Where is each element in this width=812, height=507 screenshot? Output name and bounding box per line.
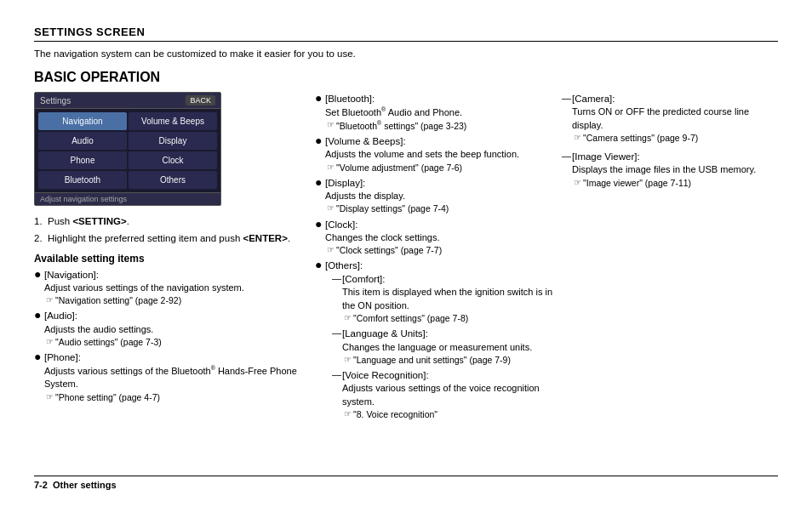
ref-text: "Image viewer" (page 7-11) <box>583 177 691 190</box>
ref-line: ☞ "Image viewer" (page 7-11) <box>574 177 778 190</box>
item-label: [Camera]: <box>572 92 778 105</box>
ref-text: "Comfort settings" (page 7-8) <box>353 312 468 325</box>
subitem-voice: — [Voice Recognition]: Adjusts various s… <box>332 368 553 421</box>
settings-item-volume[interactable]: Volume & Beeps <box>129 112 217 130</box>
subitem-comfort: — [Comfort]: This item is displayed when… <box>332 272 553 325</box>
settings-item-clock[interactable]: Clock <box>129 151 217 169</box>
list-item: ● [Bluetooth]: Set Bluetooth® Audio and … <box>315 92 553 133</box>
item-desc: Displays the image files in the USB memo… <box>572 163 778 176</box>
ref-line: ☞ "Comfort settings" (page 7-8) <box>344 312 553 325</box>
step-1: 1. Push <SETTING>. <box>34 214 306 229</box>
ref-text: "Navigation setting" (page 2-92) <box>55 294 181 307</box>
page-number: 7-2 <box>34 480 48 490</box>
intro-text: The navigation system can be customized … <box>34 47 778 61</box>
col2-bullet-list: ● [Bluetooth]: Set Bluetooth® Audio and … <box>315 92 553 423</box>
subitem-image-viewer: — [Image Viewer]: Displays the image fil… <box>562 150 778 190</box>
bullet-dot: ● <box>315 92 323 105</box>
settings-item-navigation[interactable]: Navigation <box>38 112 127 130</box>
subitem-camera: — [Camera]: Turns ON or OFF the predicte… <box>562 92 778 145</box>
item-label: [Clock]: <box>325 218 553 231</box>
bullet-dot: ● <box>34 350 43 363</box>
ref-line: ☞ "Clock settings" (page 7-7) <box>327 244 553 257</box>
item-label: [Language & Units]: <box>342 327 553 340</box>
settings-item-phone[interactable]: Phone <box>38 151 127 169</box>
settings-screen-title: Settings <box>40 96 71 105</box>
settings-screen-mockup: Settings BACK Navigation Volume & Beeps … <box>34 92 221 206</box>
settings-item-bluetooth[interactable]: Bluetooth <box>38 171 127 189</box>
item-label: [Phone]: <box>44 350 306 364</box>
settings-screen-header: Settings BACK <box>35 93 220 109</box>
dash-content: [Comfort]: This item is displayed when t… <box>342 272 553 325</box>
back-button[interactable]: BACK <box>186 95 215 105</box>
bullet-dot: ● <box>315 218 323 231</box>
ref-text: "Volume adjustment" (page 7-6) <box>336 162 462 174</box>
ref-text: "Display settings" (page 7-4) <box>336 202 449 215</box>
item-desc: Changes the clock settings. <box>325 231 553 244</box>
item-label: [Navigation]: <box>44 268 306 282</box>
dash-symbol: — <box>562 92 572 105</box>
ref-line: ☞ "Navigation setting" (page 2-92) <box>46 294 306 307</box>
settings-screen-footer: Adjust navigation settings <box>35 192 220 205</box>
ref-icon: ☞ <box>344 354 352 367</box>
item-desc: Turns ON or OFF the predicted course lin… <box>572 105 778 132</box>
dash-content: [Camera]: Turns ON or OFF the predicted … <box>572 92 778 145</box>
ref-text: "Clock settings" (page 7-7) <box>336 244 442 257</box>
item-desc: Adjusts various settings of the Bluetoot… <box>44 364 306 390</box>
list-item: ● [Clock]: Changes the clock settings. ☞… <box>315 218 553 258</box>
footer-section: Other settings <box>53 480 117 490</box>
bullet-dot: ● <box>315 259 323 271</box>
ref-icon: ☞ <box>46 336 54 349</box>
ref-text: "Language and unit settings" (page 7-9) <box>353 354 511 367</box>
ref-icon: ☞ <box>46 391 54 404</box>
settings-item-display[interactable]: Display <box>129 132 217 150</box>
bullet-dot: ● <box>315 176 323 189</box>
item-audio: [Audio]: Adjusts the audio settings. ☞ "… <box>44 309 306 349</box>
item-desc: Adjusts the display. <box>325 190 553 202</box>
item-volume: [Volume & Beeps]: Adjusts the volume and… <box>325 134 553 174</box>
bullet-dot: ● <box>34 268 43 281</box>
list-item: ● [Display]: Adjusts the display. ☞ "Dis… <box>315 176 553 216</box>
item-phone: [Phone]: Adjusts various settings of the… <box>44 350 306 404</box>
ref-text: "8. Voice recognition" <box>353 408 437 421</box>
section-title: SETTINGS SCREEN <box>34 26 778 42</box>
available-title: Available setting items <box>34 253 306 265</box>
step-2: 2. Highlight the preferred setting item … <box>34 231 306 246</box>
list-item: ● [Others]: — [Comfort]: This item is di… <box>315 259 553 423</box>
item-label: [Voice Recognition]: <box>342 368 553 382</box>
col1-bullet-list: ● [Navigation]: Adjust various settings … <box>34 268 306 404</box>
item-label: [Volume & Beeps]: <box>325 134 553 148</box>
middle-column: ● [Bluetooth]: Set Bluetooth® Audio and … <box>315 92 553 470</box>
ref-line: ☞ "Camera settings" (page 9-7) <box>574 132 778 145</box>
list-item: ● [Volume & Beeps]: Adjusts the volume a… <box>315 134 553 174</box>
right-column: — [Camera]: Turns ON or OFF the predicte… <box>562 92 778 470</box>
item-desc: Changes the language or measurement unit… <box>342 341 553 354</box>
ref-line: ☞ "Language and unit settings" (page 7-9… <box>344 354 553 367</box>
settings-item-others[interactable]: Others <box>129 171 217 189</box>
basic-op-title: BASIC OPERATION <box>34 70 778 85</box>
content-area: Settings BACK Navigation Volume & Beeps … <box>34 92 778 470</box>
settings-item-audio[interactable]: Audio <box>38 132 127 150</box>
item-label: [Image Viewer]: <box>572 150 778 163</box>
item-label: [Display]: <box>325 176 553 190</box>
settings-screen-body: Navigation Volume & Beeps Audio Display … <box>35 109 220 192</box>
dash-symbol: — <box>332 368 342 381</box>
list-item: ● [Audio]: Adjusts the audio settings. ☞… <box>34 309 306 349</box>
item-navigation: [Navigation]: Adjust various settings of… <box>44 268 306 308</box>
ref-icon: ☞ <box>344 408 352 421</box>
ref-text: "Audio settings" (page 7-3) <box>55 336 162 349</box>
ref-icon: ☞ <box>327 119 335 132</box>
item-label: [Comfort]: <box>342 272 553 286</box>
ref-line: ☞ "Audio settings" (page 7-3) <box>46 336 306 349</box>
bullet-dot: ● <box>34 309 43 322</box>
ref-icon: ☞ <box>574 132 581 145</box>
ref-line: ☞ "Volume adjustment" (page 7-6) <box>327 162 553 174</box>
item-desc: Adjusts the audio settings. <box>44 323 306 336</box>
bullet-dot: ● <box>315 134 323 147</box>
ref-icon: ☞ <box>327 202 335 215</box>
list-item: ● [Navigation]: Adjust various settings … <box>34 268 306 308</box>
item-others: [Others]: — [Comfort]: This item is disp… <box>325 259 553 423</box>
dash-content: [Language & Units]: Changes the language… <box>342 327 553 367</box>
left-column: Settings BACK Navigation Volume & Beeps … <box>34 92 306 470</box>
ref-line: ☞ "8. Voice recognition" <box>344 408 553 421</box>
ref-line: ☞ "Bluetooth® settings" (page 3-23) <box>327 119 553 133</box>
